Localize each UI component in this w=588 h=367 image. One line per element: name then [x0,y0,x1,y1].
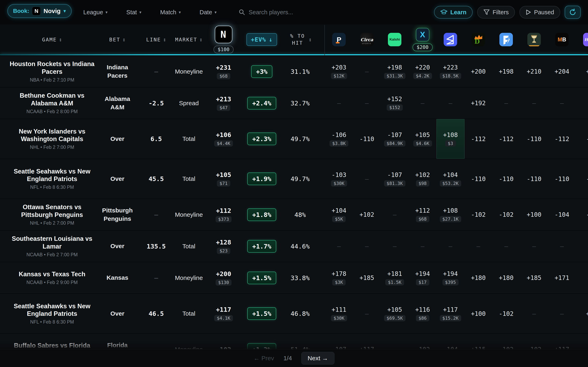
odds-cell-draftkings[interactable]: -102 [465,199,493,230]
novig-odds-cell[interactable]: +105$71 [205,159,242,199]
odds-cell-x[interactable]: +112$68 [409,199,437,230]
odds-cell-blue[interactable]: +108$27.1K [437,199,465,230]
odds-cell-mb[interactable]: +204 [548,56,576,87]
odds-cell-circa[interactable]: -110 [353,119,381,159]
table-row[interactable]: Ottawa Senators vs Pittsburgh PenguinsNH… [0,199,588,230]
table-row[interactable]: Seattle Seahawks vs New England Patriots… [0,293,588,333]
novig-odds-cell[interactable]: +128$23 [205,231,242,262]
odds-cell-draftkings[interactable]: +180 [465,262,493,293]
novig-odds-cell[interactable]: +112$373 [205,199,242,230]
menu-stat[interactable]: Stat▾ [126,9,141,16]
table-row[interactable]: Seattle Seahawks vs New England Patriots… [0,159,588,199]
odds-cell-kalshi[interactable]: +198$31.3K [381,56,409,87]
refresh-button[interactable] [565,6,581,19]
book-column-header-prophet[interactable]: P [325,25,353,55]
odds-cell-hardrock[interactable]: +1 [576,56,588,87]
odds-cell-fanduel[interactable]: +198 [492,56,520,87]
odds-cell-fanduel[interactable]: -112 [492,119,520,159]
search-input[interactable]: Search players... [238,0,293,25]
odds-cell-prophet[interactable]: +178$3K [325,262,353,293]
book-column-header-fanduel[interactable] [492,25,520,55]
odds-cell-prophet[interactable]: +104$5K [325,199,353,230]
odds-cell-prophet[interactable]: -103$30K [325,159,353,199]
odds-cell-blue[interactable]: +223$18.5K [437,56,465,87]
odds-cell-mb[interactable]: -110 [548,159,576,199]
odds-cell-trophy[interactable]: +185 [520,262,548,293]
paused-button[interactable]: Paused [519,6,560,18]
odds-cell-x[interactable]: +116$86 [409,294,437,333]
book-column-header-kalshi[interactable]: Kalshi [381,25,409,55]
odds-cell-draftkings[interactable]: +200 [465,56,493,87]
novig-odds-cell[interactable]: +106$4.4K [205,119,242,159]
odds-cell-prophet[interactable]: -106$3.8K [325,119,353,159]
odds-cell-circa[interactable]: +102 [353,199,381,230]
odds-cell-fanduel[interactable]: -102 [492,199,520,230]
table-row[interactable]: Kansas vs Texas TechNCAAB • Feb 2 9:00 P… [0,262,588,293]
odds-cell-kalshi[interactable]: +105$69.5K [381,294,409,333]
odds-cell-circa[interactable]: +185 [353,262,381,293]
table-row[interactable]: New York Islanders vs Washington Capital… [0,119,588,159]
learn-button[interactable]: Learn [434,6,473,18]
odds-cell-draftkings[interactable]: +192 [465,87,493,119]
odds-cell-prophet[interactable]: +111$30K [325,294,353,333]
odds-cell-kalshi[interactable]: -107$84.9K [381,119,409,159]
odds-cell-blue[interactable]: +117$15.2K [437,294,465,333]
odds-cell-hardrock[interactable]: -1 [576,119,588,159]
odds-cell-mb[interactable]: -104 [548,199,576,230]
book-column-header-circa[interactable]: CircaSPORTS [353,25,381,55]
novig-odds-cell[interactable]: +117$4.1K [205,294,242,333]
odds-cell-trophy[interactable]: -110 [520,119,548,159]
book-column-header-draftkings[interactable]: D [465,25,493,55]
odds-cell-mb[interactable]: -112 [548,119,576,159]
novig-odds-cell[interactable]: +200$130 [205,262,242,293]
filters-button[interactable]: Filters [477,6,515,18]
prev-page-button[interactable]: ← Prev [254,355,274,362]
column-header-hit[interactable]: % TO HIT ↕ [282,25,319,55]
book-column-header-x[interactable]: X$200 [409,25,437,55]
next-page-button[interactable]: Next → [301,352,334,365]
odds-cell-trophy[interactable]: +210 [520,56,548,87]
book-column-header-hardrock[interactable]: Hard [576,25,588,55]
odds-cell-hardrock[interactable]: +1 [576,294,588,333]
odds-cell-x[interactable]: +105$4.6K [409,119,437,159]
odds-cell-draftkings[interactable]: -110 [465,159,493,199]
menu-date[interactable]: Date▾ [200,9,217,16]
odds-cell-hardrock[interactable]: -1 [576,199,588,230]
odds-cell-draftkings[interactable]: -112 [465,119,493,159]
book-column-header-mb[interactable]: MB [548,25,576,55]
odds-cell-x[interactable]: +194$17 [409,262,437,293]
odds-cell-hardrock[interactable]: -1 [576,159,588,199]
odds-cell-prophet[interactable]: +203$12K [325,56,353,87]
odds-cell-trophy[interactable]: -110 [520,159,548,199]
column-header-market[interactable]: MARKET ↕ [169,25,208,55]
column-header-game[interactable]: GAME ↕ [6,25,98,55]
odds-cell-blue[interactable]: +108$3 [437,119,465,159]
ev-sort-button[interactable]: +EV% ↓ [246,33,277,46]
odds-cell-trophy[interactable]: +100 [520,199,548,230]
odds-cell-x[interactable]: +102$98 [409,159,437,199]
novig-odds-cell[interactable]: +213$47 [205,87,242,119]
novig-odds-cell[interactable]: +231$68 [205,56,242,87]
odds-cell-kalshi[interactable]: -107$81.3K [381,159,409,199]
odds-cell-x[interactable]: +220$4.2K [409,56,437,87]
odds-cell-mb[interactable]: +171 [548,262,576,293]
column-header-novig[interactable]: N $100 [205,25,242,55]
book-selector[interactable]: Book: N Novig ▾ [7,4,72,18]
table-row[interactable]: Bethune Cookman vs Alabama A&MNCAAB • Fe… [0,87,588,119]
table-row[interactable]: Southeastern Louisiana vs LamarNCAAB • F… [0,230,588,262]
odds-cell-kalshi[interactable]: +152$152 [381,87,409,119]
novig-book-icon[interactable]: N [215,26,232,43]
odds-cell-fanduel[interactable]: -110 [492,159,520,199]
odds-cell-fanduel[interactable]: -102 [492,294,520,333]
book-column-header-trophy[interactable] [520,25,548,55]
menu-league[interactable]: League▾ [83,9,108,16]
odds-cell-blue[interactable]: +104$53.2K [437,159,465,199]
menu-match[interactable]: Match▾ [160,9,181,16]
odds-cell-kalshi[interactable]: +181$1.5K [381,262,409,293]
column-header-bet[interactable]: BET ↕ [98,25,137,55]
odds-cell-draftkings[interactable]: +100 [465,294,493,333]
odds-cell-fanduel[interactable]: +180 [492,262,520,293]
table-row[interactable]: Houston Rockets vs Indiana PacersNBA • F… [0,55,588,87]
book-column-header-blue[interactable] [437,25,465,55]
odds-cell-blue[interactable]: +194$395 [437,262,465,293]
